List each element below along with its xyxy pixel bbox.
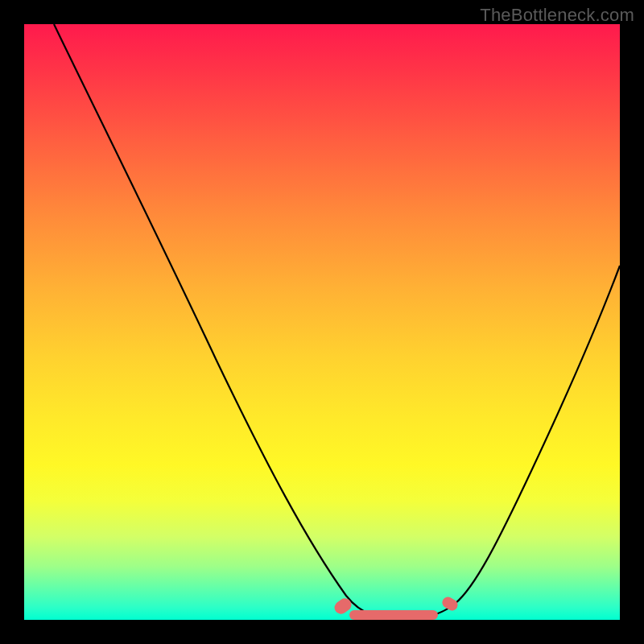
chart-frame: TheBottleneck.com <box>0 0 644 644</box>
curve-path <box>54 24 620 618</box>
plot-area <box>24 24 620 620</box>
green-band <box>24 609 620 620</box>
bottleneck-curve <box>24 24 620 620</box>
watermark-text: TheBottleneck.com <box>480 5 634 26</box>
